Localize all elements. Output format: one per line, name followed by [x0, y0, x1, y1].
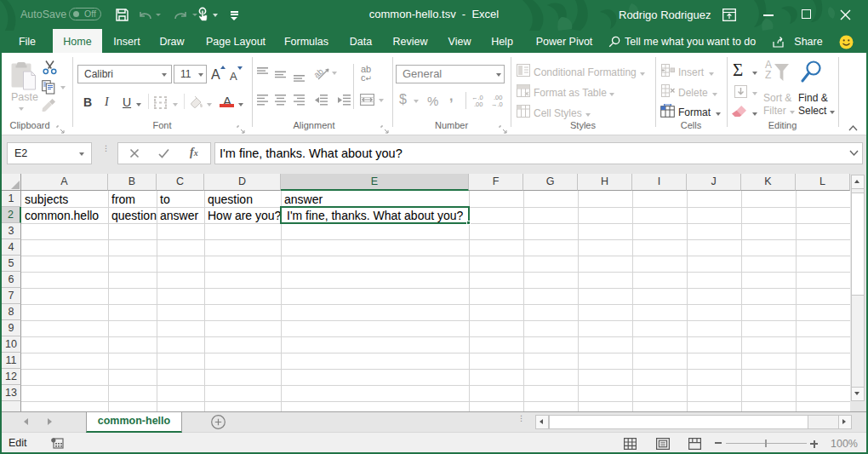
svg-text:→.0: →.0 — [491, 101, 503, 107]
svg-text:.00: .00 — [474, 101, 483, 107]
